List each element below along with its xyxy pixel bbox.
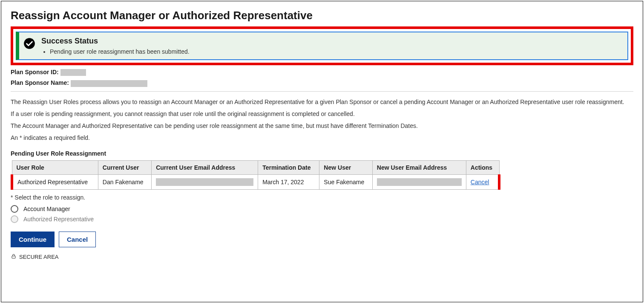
cell-new-email — [372, 174, 466, 189]
page-frame: Reassign Account Manager or Authorized R… — [1, 1, 643, 302]
svg-point-0 — [24, 38, 35, 49]
col-user-role: User Role — [12, 160, 98, 174]
cell-actions: Cancel — [466, 174, 499, 189]
cell-user-role: Authorized Representative — [12, 174, 98, 189]
secure-area-text: SECURE AREA — [19, 254, 58, 260]
plan-sponsor-id-label: Plan Sponsor ID: — [11, 69, 59, 75]
plan-sponsor-name-row: Plan Sponsor Name: — [11, 79, 633, 87]
radio-authorized-rep-row: Authorized Representative — [11, 215, 633, 223]
plan-sponsor-id-value-redacted — [60, 69, 86, 76]
radio-authorized-rep — [11, 215, 18, 223]
info-paragraph-1: The Reassign User Roles process allows y… — [11, 98, 633, 106]
select-role-hint: * Select the role to reassign. — [11, 194, 633, 201]
secure-area-label: SECURE AREA — [11, 253, 633, 261]
button-row: Continue Cancel — [11, 232, 633, 247]
success-alert: Success Status Pending user role reassig… — [16, 32, 628, 60]
col-termination-date: Termination Date — [258, 160, 319, 174]
alert-message: Pending user role reassignment has been … — [50, 48, 621, 55]
cell-new-user: Sue Fakename — [319, 174, 372, 189]
cancel-reassignment-link[interactable]: Cancel — [471, 179, 489, 185]
radio-account-manager[interactable] — [11, 205, 18, 213]
alert-body: Success Status Pending user role reassig… — [41, 37, 621, 55]
table-row: Authorized Representative Dan Fakename M… — [12, 174, 499, 189]
info-paragraph-4: An * indicates a required field. — [11, 133, 633, 142]
cancel-button[interactable]: Cancel — [59, 232, 96, 247]
new-email-redacted — [377, 178, 462, 186]
alert-message-list: Pending user role reassignment has been … — [41, 48, 621, 55]
radio-account-manager-row[interactable]: Account Manager — [11, 205, 633, 213]
plan-sponsor-name-value-redacted — [71, 80, 147, 87]
col-actions: Actions — [466, 160, 499, 174]
plan-sponsor-name-label: Plan Sponsor Name: — [11, 79, 69, 86]
cell-termination-date: March 17, 2022 — [258, 174, 319, 189]
col-current-user: Current User — [98, 160, 151, 174]
continue-button[interactable]: Continue — [11, 232, 55, 247]
cell-current-email — [152, 174, 258, 189]
alert-highlight-box: Success Status Pending user role reassig… — [11, 26, 633, 65]
svg-rect-1 — [12, 256, 15, 258]
pending-table: User Role Current User Current User Emai… — [11, 160, 500, 190]
info-paragraph-3: The Account Manager and Authorized Repre… — [11, 122, 633, 130]
col-current-email: Current User Email Address — [152, 160, 258, 174]
info-paragraph-2: If a user role is pending reassignment, … — [11, 110, 633, 118]
lock-icon — [11, 253, 17, 261]
col-new-email: New User Email Address — [372, 160, 466, 174]
cell-current-user: Dan Fakename — [98, 174, 151, 189]
pending-table-header-row: User Role Current User Current User Emai… — [12, 160, 499, 174]
pending-section-label: Pending User Role Reassignment — [11, 150, 633, 157]
plan-sponsor-id-row: Plan Sponsor ID: — [11, 69, 633, 76]
page-title: Reassign Account Manager or Authorized R… — [11, 9, 633, 22]
radio-authorized-rep-label: Authorized Representative — [23, 216, 94, 223]
divider — [11, 91, 633, 92]
radio-account-manager-label: Account Manager — [23, 206, 70, 212]
alert-title: Success Status — [41, 37, 621, 46]
current-email-redacted — [156, 178, 253, 186]
col-new-user: New User — [319, 160, 372, 174]
check-circle-icon — [23, 38, 35, 49]
